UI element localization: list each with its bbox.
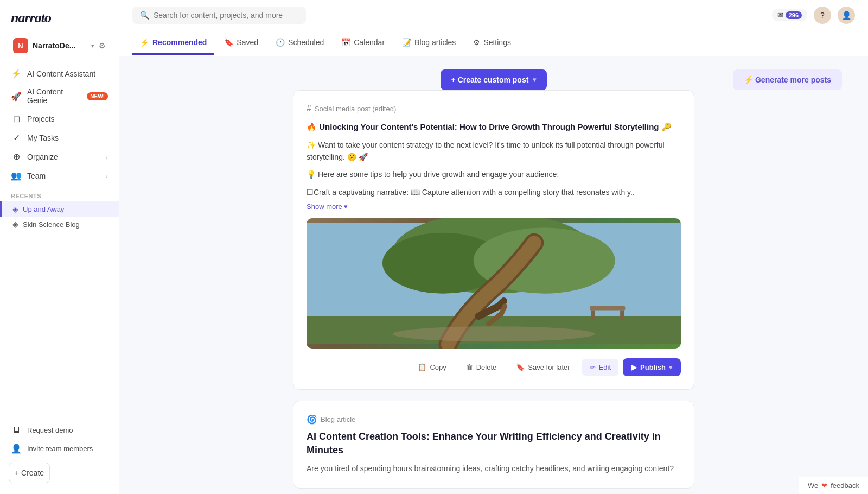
recent-dot-icon: ◈ — [12, 220, 18, 229]
header-right: ✉ 296 ? 👤 — [772, 7, 855, 24]
sidebar-item-ai-content-assistant[interactable]: ⚡ AI Content Assistant — [0, 64, 119, 83]
svg-rect-7 — [620, 310, 624, 320]
rocket-icon: 🚀 — [11, 91, 22, 102]
tab-scheduled[interactable]: 🕐 Scheduled — [268, 31, 331, 55]
lightning-icon: ⚡ — [11, 68, 22, 79]
sidebar-item-organize[interactable]: ⊕ Organize › — [0, 147, 119, 166]
chevron-right-icon: › — [106, 153, 108, 161]
action-bar: 📋 Copy 🗑 Delete 🔖 Save for later ✏ Edit … — [307, 358, 681, 376]
help-icon[interactable]: ? — [814, 7, 831, 24]
publish-arrow-icon: ▶ — [631, 363, 637, 371]
app-logo: narrato — [0, 0, 119, 31]
mail-count: 296 — [786, 11, 802, 19]
tab-blog-articles[interactable]: 📝 Blog articles — [394, 31, 463, 55]
post-image-svg — [307, 218, 681, 349]
workspace-name: NarratoDe... — [33, 41, 87, 50]
chevron-right-icon: › — [106, 172, 108, 180]
heart-icon: ❤ — [821, 482, 827, 490]
mail-icon: ✉ — [777, 11, 783, 19]
show-more-button[interactable]: Show more ▾ — [307, 202, 681, 211]
post-content: ☐Craft a captivating narrative: 📖 Captur… — [307, 186, 681, 198]
blog-icon: 🌀 — [307, 414, 317, 425]
sidebar-item-ai-content-genie[interactable]: 🚀 AI Content Genie New! — [0, 83, 119, 109]
feedback-bar[interactable]: We ❤ feedback — [799, 477, 868, 494]
svg-rect-6 — [591, 310, 595, 320]
sidebar-item-label: Organize — [27, 153, 100, 161]
sidebar-item-label: Team — [27, 172, 100, 180]
recent-item-skin-science-blog[interactable]: ◈ Skin Science Blog — [0, 217, 119, 232]
sidebar-item-projects[interactable]: ◻ Projects — [0, 109, 119, 128]
dropdown-arrow-icon: ▾ — [533, 76, 536, 84]
delete-button[interactable]: 🗑 Delete — [458, 359, 505, 376]
edit-button[interactable]: ✏ Edit — [582, 359, 618, 376]
sidebar-item-team[interactable]: 👥 Team › — [0, 166, 119, 185]
post-title: 🔥 Unlocking Your Content's Potential: Ho… — [307, 121, 681, 134]
chevron-down-icon: ▾ — [91, 42, 94, 49]
sidebar-bottom: 🖥 Request demo 👤 Invite team members + C… — [0, 414, 119, 494]
monitor-icon: 🖥 — [11, 425, 22, 435]
publish-button[interactable]: ▶ Publish ▾ — [623, 358, 681, 376]
sidebar-item-label: Invite team members — [27, 445, 108, 453]
copy-button[interactable]: 📋 Copy — [410, 359, 454, 376]
mail-badge[interactable]: ✉ 296 — [772, 9, 807, 21]
edit-icon: ✏ — [590, 363, 596, 371]
team-icon: 👥 — [11, 170, 22, 181]
user-plus-icon: 👤 — [11, 444, 22, 454]
recents-section-title: Recents — [0, 185, 119, 201]
bookmark-tab-icon: 🔖 — [224, 38, 233, 47]
tab-settings[interactable]: ⚙ Settings — [465, 31, 519, 55]
create-custom-post-button[interactable]: + Create custom post ▾ — [441, 69, 547, 90]
toolbar-row: + Create custom post ▾ ⚡ Generate more p… — [145, 69, 842, 90]
sidebar-item-my-tasks[interactable]: ✓ My Tasks — [0, 128, 119, 147]
blog-label: 🌀 Blog article — [307, 414, 681, 425]
bookmark-icon: 🔖 — [516, 363, 525, 371]
publish-dropdown-icon: ▾ — [669, 364, 672, 371]
tab-recommended[interactable]: ⚡ Recommended — [132, 31, 214, 55]
request-demo-item[interactable]: 🖥 Request demo — [0, 421, 119, 439]
gear-icon[interactable]: ⚙ — [99, 41, 106, 50]
calendar-tab-icon: 📅 — [341, 38, 350, 47]
svg-point-8 — [393, 326, 595, 341]
lightning-tab-icon: ⚡ — [140, 38, 149, 47]
search-input[interactable] — [154, 11, 298, 20]
workspace-selector[interactable]: N NarratoDe... ▾ ⚙ — [4, 34, 114, 58]
settings-tab-icon: ⚙ — [473, 38, 480, 47]
social-media-post-card: # Social media post (edited) 🔥 Unlocking… — [293, 90, 694, 390]
recent-item-label: Skin Science Blog — [23, 220, 80, 229]
svg-rect-5 — [590, 306, 625, 310]
recent-item-up-and-away[interactable]: ◈ Up and Away — [0, 201, 119, 217]
search-bar[interactable]: 🔍 — [132, 7, 306, 24]
user-avatar[interactable]: 👤 — [838, 7, 855, 24]
sidebar-item-label: Projects — [27, 115, 108, 123]
sidebar-item-label: AI Content Genie — [27, 87, 81, 105]
generate-more-posts-button[interactable]: ⚡ Generate more posts — [733, 69, 842, 90]
create-button[interactable]: + Create — [9, 463, 50, 483]
content-area: + Create custom post ▾ ⚡ Generate more p… — [119, 56, 868, 494]
sidebar-item-label: AI Content Assistant — [27, 69, 108, 78]
blog-tab-icon: 📝 — [402, 38, 411, 47]
recent-dot-icon: ◈ — [12, 205, 18, 213]
post-tips: 💡 Here are some tips to help you drive g… — [307, 168, 681, 180]
trash-icon: 🗑 — [466, 363, 473, 371]
tasks-icon: ✓ — [11, 132, 22, 143]
sidebar-item-label: Request demo — [27, 426, 108, 434]
recent-item-label: Up and Away — [23, 205, 64, 213]
post-image — [307, 218, 681, 349]
blog-article-card: 🌀 Blog article AI Content Creation Tools… — [293, 401, 694, 489]
post-subtitle: ✨ Want to take your content strategy to … — [307, 139, 681, 163]
sidebar-item-label: My Tasks — [27, 134, 108, 142]
hash-icon: # — [307, 104, 311, 113]
invite-team-members-item[interactable]: 👤 Invite team members — [0, 439, 119, 458]
tab-saved[interactable]: 🔖 Saved — [216, 31, 266, 55]
blog-excerpt: Are you tired of spending hours brainsto… — [307, 463, 681, 474]
workspace-avatar: N — [13, 38, 28, 53]
post-type-label: # Social media post (edited) — [307, 104, 681, 113]
organize-icon: ⊕ — [11, 151, 22, 162]
top-header: 🔍 ✉ 296 ? 👤 — [119, 0, 868, 30]
tab-calendar[interactable]: 📅 Calendar — [334, 31, 392, 55]
copy-icon: 📋 — [418, 363, 426, 371]
save-for-later-button[interactable]: 🔖 Save for later — [508, 359, 577, 376]
sidebar: narrato N NarratoDe... ▾ ⚙ ⚡ AI Content … — [0, 0, 119, 494]
new-badge: New! — [87, 92, 108, 100]
main-content: 🔍 ✉ 296 ? 👤 ⚡ Recommended 🔖 Saved 🕐 Sche… — [119, 0, 868, 494]
